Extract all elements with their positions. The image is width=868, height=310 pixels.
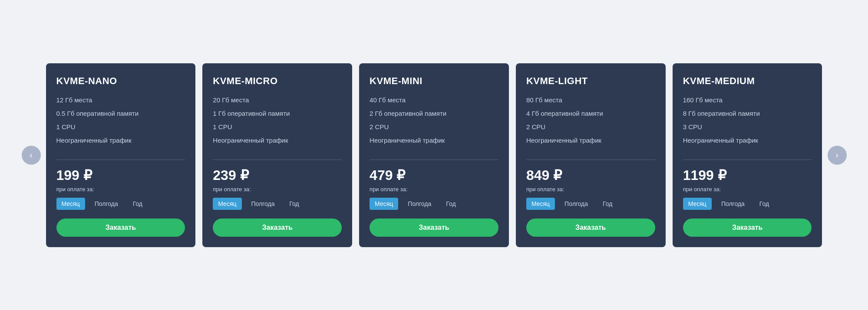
feature-item: Неограниченный трафик <box>683 136 812 145</box>
prev-button[interactable]: ‹ <box>22 146 41 165</box>
plan-card-nano: KVME-NANO12 Гб места0.5 Гб оперативной п… <box>46 63 196 247</box>
plan-price-light: 849 ₽ <box>526 167 655 183</box>
period-buttons-mini: МесяцПолгодаГод <box>370 198 498 210</box>
period-btn-год[interactable]: Год <box>754 198 774 210</box>
feature-item: 3 CPU <box>683 122 812 131</box>
plan-title-micro: KVME-MICRO <box>213 75 342 87</box>
plan-card-micro: KVME-MICRO20 Гб места1 Гб оперативной па… <box>202 63 352 247</box>
divider <box>56 160 185 160</box>
period-buttons-medium: МесяцПолгодаГод <box>683 198 812 210</box>
plan-features-micro: 20 Гб места1 Гб оперативной памяти1 CPUН… <box>213 95 342 149</box>
period-btn-месяц[interactable]: Месяц <box>683 198 712 210</box>
feature-item: 2 Гб оперативной памяти <box>370 109 498 118</box>
plan-features-light: 80 Гб места4 Гб оперативной памяти2 CPUН… <box>526 95 655 149</box>
feature-item: Неограниченный трафик <box>56 136 185 145</box>
plan-features-medium: 160 Гб места8 Гб оперативной памяти3 CPU… <box>683 95 812 149</box>
plan-price-label-nano: при оплате за: <box>56 186 185 193</box>
feature-item: 1 CPU <box>213 122 342 131</box>
period-btn-месяц[interactable]: Месяц <box>213 198 241 210</box>
next-button[interactable]: › <box>828 146 847 165</box>
divider <box>213 160 342 160</box>
feature-item: 20 Гб места <box>213 95 342 104</box>
period-btn-год[interactable]: Год <box>441 198 461 210</box>
plan-card-mini: KVME-MINI40 Гб места2 Гб оперативной пам… <box>359 63 509 247</box>
plan-title-nano: KVME-NANO <box>56 75 185 87</box>
period-buttons-micro: МесяцПолгодаГод <box>213 198 342 210</box>
plan-price-label-light: при оплате за: <box>526 186 655 193</box>
period-btn-год[interactable]: Год <box>284 198 304 210</box>
plan-price-mini: 479 ₽ <box>370 167 498 183</box>
divider <box>526 160 655 160</box>
order-button-mini[interactable]: Заказать <box>370 219 498 237</box>
feature-item: 160 Гб места <box>683 95 812 104</box>
plan-price-medium: 1199 ₽ <box>683 167 812 183</box>
plan-title-mini: KVME-MINI <box>370 75 498 87</box>
period-btn-год[interactable]: Год <box>597 198 617 210</box>
period-btn-месяц[interactable]: Месяц <box>56 198 85 210</box>
order-button-medium[interactable]: Заказать <box>683 219 812 237</box>
divider <box>683 160 812 160</box>
plan-price-nano: 199 ₽ <box>56 167 185 183</box>
feature-item: Неограниченный трафик <box>526 136 655 145</box>
carousel-wrapper: ‹ KVME-NANO12 Гб места0.5 Гб оперативной… <box>22 63 847 247</box>
period-btn-полгода[interactable]: Полгода <box>559 198 593 210</box>
feature-item: 1 CPU <box>56 122 185 131</box>
period-btn-месяц[interactable]: Месяц <box>526 198 555 210</box>
feature-item: 80 Гб места <box>526 95 655 104</box>
plan-price-label-medium: при оплате за: <box>683 186 812 193</box>
feature-item: 0.5 Гб оперативной памяти <box>56 109 185 118</box>
feature-item: 4 Гб оперативной памяти <box>526 109 655 118</box>
period-btn-полгода[interactable]: Полгода <box>246 198 280 210</box>
plan-card-medium: KVME-MEDIUM160 Гб места8 Гб оперативной … <box>673 63 822 247</box>
order-button-nano[interactable]: Заказать <box>56 219 185 237</box>
plan-features-nano: 12 Гб места0.5 Гб оперативной памяти1 CP… <box>56 95 185 149</box>
feature-item: 40 Гб места <box>370 95 498 104</box>
feature-item: 12 Гб места <box>56 95 185 104</box>
feature-item: Неограниченный трафик <box>213 136 342 145</box>
feature-item: 2 CPU <box>526 122 655 131</box>
order-button-micro[interactable]: Заказать <box>213 219 342 237</box>
plan-price-label-mini: при оплате за: <box>370 186 498 193</box>
feature-item: 1 Гб оперативной памяти <box>213 109 342 118</box>
cards-container: KVME-NANO12 Гб места0.5 Гб оперативной п… <box>46 63 822 247</box>
plan-card-light: KVME-LIGHT80 Гб места4 Гб оперативной па… <box>516 63 666 247</box>
period-btn-полгода[interactable]: Полгода <box>716 198 750 210</box>
period-btn-полгода[interactable]: Полгода <box>403 198 436 210</box>
feature-item: 2 CPU <box>370 122 498 131</box>
order-button-light[interactable]: Заказать <box>526 219 655 237</box>
feature-item: 8 Гб оперативной памяти <box>683 109 812 118</box>
period-btn-месяц[interactable]: Месяц <box>370 198 398 210</box>
period-buttons-light: МесяцПолгодаГод <box>526 198 655 210</box>
period-buttons-nano: МесяцПолгодаГод <box>56 198 185 210</box>
period-btn-год[interactable]: Год <box>128 198 148 210</box>
plan-title-medium: KVME-MEDIUM <box>683 75 812 87</box>
plan-price-label-micro: при оплате за: <box>213 186 342 193</box>
period-btn-полгода[interactable]: Полгода <box>89 198 123 210</box>
plan-title-light: KVME-LIGHT <box>526 75 655 87</box>
divider <box>370 160 498 160</box>
feature-item: Неограниченный трафик <box>370 136 498 145</box>
plan-features-mini: 40 Гб места2 Гб оперативной памяти2 CPUН… <box>370 95 498 149</box>
plan-price-micro: 239 ₽ <box>213 167 342 183</box>
